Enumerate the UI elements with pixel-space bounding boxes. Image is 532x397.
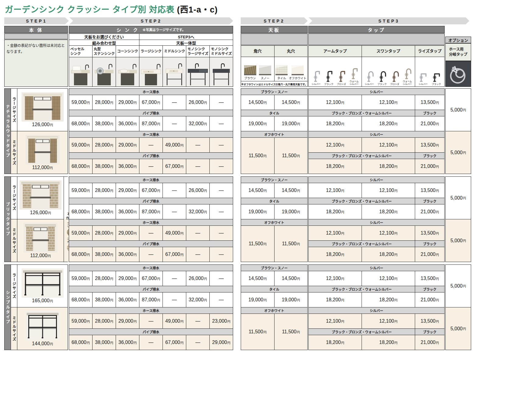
tap-color-band: ブラック・ブロンズ・ウォームシルバー bbox=[309, 110, 415, 116]
tap-price-cell: 18,200円 bbox=[362, 159, 415, 174]
top-gray-strip bbox=[241, 34, 308, 45]
sink-price-cell: — bbox=[139, 314, 163, 328]
sink-price-cell: — bbox=[163, 183, 186, 198]
tap-price-cell: 18,200円 bbox=[362, 247, 415, 262]
tap-price-cell: 12,100円 bbox=[362, 226, 415, 240]
sink-price-cell: 26,000円 bbox=[186, 95, 209, 110]
arm-tap-icon: ブラック bbox=[324, 68, 334, 86]
tile-top-swatch: タイル bbox=[275, 65, 288, 80]
top-price-block: ブラウン・スノー14,500円14,500円タイル19,000円19,000円オ… bbox=[241, 176, 308, 262]
tap-photos: シルバーブラック bbox=[415, 57, 444, 87]
swan-tap-icon: ブロンズ bbox=[390, 68, 400, 86]
sink-price-cell: 28,000円 bbox=[93, 95, 116, 110]
top-swatch-label: スノー bbox=[261, 76, 270, 80]
size-label-large: ラージサイズ bbox=[11, 89, 17, 131]
drain-type-band: パイプ排水 bbox=[69, 198, 233, 204]
option-price-cell: 5,000円 bbox=[446, 89, 471, 131]
tap-price-cell: 12,100円 bbox=[362, 138, 415, 152]
sink-price-cell: 23,000円 bbox=[210, 314, 233, 328]
tap-price-cell: 18,200円 bbox=[309, 159, 362, 174]
body-price: 126,000円 bbox=[32, 122, 53, 127]
tap-finish-label: ウォーム シルバー bbox=[403, 80, 412, 86]
sink-column-label: コーンシンク bbox=[116, 46, 139, 57]
tap-photos: シルバーブラックブロンズウォーム シルバー bbox=[309, 57, 362, 87]
step3-arrow: STEP3 bbox=[309, 17, 469, 24]
tap-color-band: ブラック bbox=[415, 286, 444, 292]
sink-price-cell: — bbox=[186, 335, 209, 350]
tap-price-cell: 21,000円 bbox=[415, 159, 444, 174]
sink-header-note: ※写真はラージサイズです。 bbox=[142, 27, 185, 32]
tap-price-cell: 12,100円 bbox=[362, 314, 415, 328]
body-type-label: ナチュラルウッドタイプ bbox=[5, 89, 11, 174]
swan-tap-icon: ウォーム シルバー bbox=[402, 65, 412, 86]
sink-column-label: ミドルシンク bbox=[163, 46, 186, 57]
top-price-cell: 14,500円 bbox=[275, 271, 308, 286]
top-price-cell: 14,500円 bbox=[241, 271, 274, 286]
step1-arrow: STEP1 bbox=[4, 17, 69, 24]
offwhite-top-swatch: オフホワイト bbox=[289, 65, 306, 80]
option-column-label: ホース用 分岐タップ bbox=[445, 43, 471, 61]
top-swatch-label: ブラウン bbox=[244, 76, 256, 80]
sink-price-cell: 67,000円 bbox=[163, 335, 186, 350]
body-block: ナチュラルウッドタイプラージサイズ126,000円ミドルサイズ112,000円 bbox=[4, 88, 68, 174]
swan-tap-icon: ブラック bbox=[377, 68, 387, 86]
sink-column-label: モノシンク ミドルサイズ bbox=[210, 46, 233, 57]
sink-price-cell: 67,000円 bbox=[139, 95, 163, 110]
tap-finish-label: ブロンズ bbox=[390, 83, 399, 86]
sink-header-title: シ ン ク bbox=[117, 27, 139, 33]
catalog-page: ガーデンシンク クラッシー タイプ別 対応表(西1-a・c) STEP1 STE… bbox=[0, 0, 532, 397]
body-photo-large: 126,000円 bbox=[17, 89, 68, 131]
tap-header-grid: アームタップスワンタップライズタップシルバーブラックブロンズウォーム シルバーシ… bbox=[308, 45, 445, 87]
sink-price-cell: — bbox=[186, 314, 209, 328]
cone-sink-photo bbox=[116, 57, 139, 87]
tap-color-band: シルバー bbox=[309, 89, 444, 95]
tap-color-band: ブラック bbox=[415, 329, 444, 335]
option-price-cell: 5,000円 bbox=[446, 219, 471, 262]
top-swatch-label: オフホワイト bbox=[289, 76, 306, 80]
sink-price-cell: — bbox=[139, 335, 163, 350]
sink-price-cell: 29,000円 bbox=[116, 314, 139, 328]
brown-top-swatch: ブラウン bbox=[244, 65, 256, 80]
top-color-band: オフホワイト bbox=[241, 131, 307, 137]
tap-price-cell: 12,100円 bbox=[309, 271, 362, 286]
sink-price-cell: 36,000円 bbox=[116, 159, 139, 174]
tap-color-band: ブラック bbox=[415, 110, 444, 116]
tap-finish-label: ブラック bbox=[324, 83, 333, 86]
top-price-cell: 19,000円 bbox=[275, 116, 308, 131]
tap-finish-label: ブラック bbox=[377, 83, 387, 86]
option-price-cell: 5,000円 bbox=[446, 307, 471, 350]
top-price-cell: 19,000円 bbox=[241, 116, 274, 131]
tap-price-cell: 12,100円 bbox=[362, 95, 415, 110]
tap-price-cell: 21,000円 bbox=[415, 292, 444, 307]
arm-tap-icon: シルバー bbox=[311, 68, 321, 86]
tap-column-label: ライズタップ bbox=[415, 46, 444, 57]
sink-price-cell: — bbox=[210, 95, 233, 110]
tap-price-cell: 12,100円 bbox=[309, 226, 362, 240]
tap-color-band: シルバー bbox=[309, 219, 444, 225]
top-color-band: タイル bbox=[241, 110, 307, 116]
sink-price-cell: 49,000円 bbox=[163, 226, 186, 240]
sink-price-cell: 87,000円 bbox=[139, 204, 163, 219]
top-hole-column-label: 丸穴 bbox=[275, 46, 308, 57]
sink-price-cell: 68,000円 bbox=[69, 159, 92, 174]
drain-type-band: ホース排水 bbox=[69, 307, 233, 314]
tap-price-block: シルバー12,100円12,100円13,500円ブラック・ブロンズ・ウォームシ… bbox=[308, 264, 445, 350]
body-photo-middle: 144,000円 bbox=[17, 307, 68, 350]
tap-color-band: ブラック・ブロンズ・ウォームシルバー bbox=[309, 241, 415, 247]
sink-price-cell: 28,000円 bbox=[93, 183, 116, 198]
sink-header-grid: 天板をお選びくださいSTEP3へ組み合わせ型天板一体型ベッセル シンク丸型 ステ… bbox=[69, 34, 233, 87]
sink-price-cell: — bbox=[163, 95, 186, 110]
tap-price-cell: 18,200円 bbox=[309, 247, 362, 262]
drain-type-band: パイプ排水 bbox=[69, 286, 233, 292]
sink-price-cell: 32,000円 bbox=[186, 116, 209, 131]
tap-price-cell: 12,100円 bbox=[309, 95, 362, 110]
page-title: ガーデンシンク クラッシー タイプ別 対応表(西1-a・c) bbox=[5, 3, 218, 15]
body-photo-large: 126,000円 bbox=[17, 177, 64, 219]
sink-price-cell: 67,000円 bbox=[163, 159, 186, 174]
tap-price-cell: 21,000円 bbox=[415, 247, 444, 262]
top-color-band: オフホワイト bbox=[241, 219, 307, 225]
body-price: 112,000円 bbox=[30, 253, 51, 258]
sink-column-label: 丸型 ステンシンク bbox=[93, 46, 116, 57]
tap-price-cell: 18,200円 bbox=[309, 335, 362, 350]
top-price-cell: 11,500円 bbox=[275, 314, 308, 350]
